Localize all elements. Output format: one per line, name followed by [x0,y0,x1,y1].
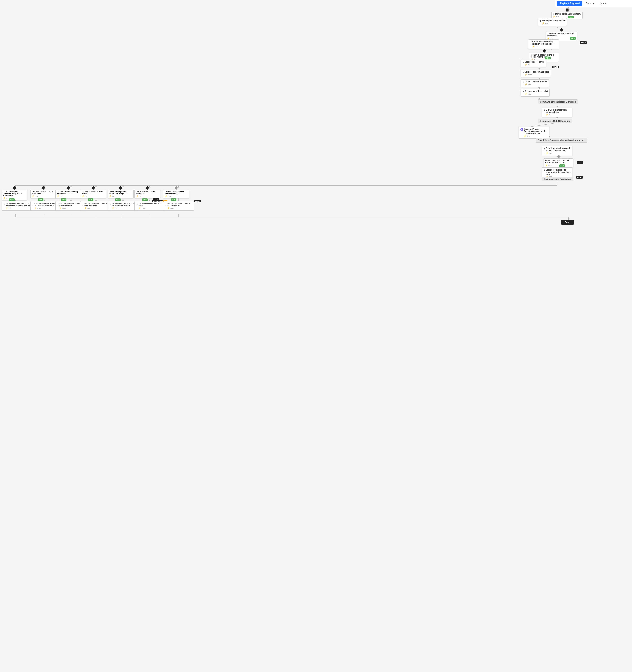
badge-yes-1: YES [568,16,574,19]
node-check-network-activity[interactable]: Check for network activity parameters ⚡ … [55,190,81,198]
decision-diamond-4 [557,154,561,159]
node-found-indicators[interactable]: Found indicators in the command-line? ⚡ … [163,190,189,198]
done-node: Done [561,220,574,224]
node-compare-lolbas[interactable]: A Compare Process Execution Arguments To… [519,127,549,139]
node-verdict-suspicious-params[interactable]: ❯ Set command line verdict of suspicious… [108,201,138,211]
connectors [0,0,632,672]
node-check-amsi[interactable]: Check for AMSI evasion techniques ⚡ #33 [135,190,160,198]
node-verdict-malicious-tools[interactable]: ❯ Set command line verdict of maliciousT… [80,201,111,211]
decision-diamond-3 [542,49,546,53]
header-tabs: Playbook Triggered Outputs Inputs [555,0,632,7]
badge-yes-3: YES [545,57,551,59]
badge-yes-bottom-2: YES [38,198,43,201]
decision-diamond-bottom-1 [13,186,16,190]
node-set-decoded-commandline[interactable]: ❯ Set decoded commandline ⚡ #34b [521,70,551,77]
badge-yes-bottom-4: YES [88,198,93,201]
node-verdict-suspicious-path[interactable]: ❯ Set command line verdict of Suspicious… [2,201,32,211]
node-set-commandline-verdict[interactable]: ❯ Set command line verdict ⚡ #30 [521,89,549,97]
badge-else-2: ELSE [553,66,559,68]
section-indicator-extraction: Command-Line Indicator Extraction [538,99,578,104]
node-verdict-amsi[interactable]: ❯ Set command line verdict of AMSI ⚡ #28… [135,201,165,211]
decision-diamond-2 [560,28,563,32]
node-found-suspicious-path[interactable]: Found any suspicious path in the Command… [544,159,574,167]
done-label: Done [565,221,570,223]
decision-diamond-bottom-3 [67,186,70,190]
workflow-canvas: Playbook Triggered Outputs Inputs Playbo… [0,0,632,672]
node-command-line-input[interactable]: Is there a command line input? ⚡ #34 [551,12,583,19]
node-delete-decode-context[interactable]: ❯ Delete "Decode" Context ⚡ #36 [521,79,549,87]
ai-icon: A [520,128,523,131]
section-lolbin: Suspicious LOLBIN Execution [538,119,572,123]
node-extract-indicators[interactable]: ❯ Extract indicators from command-line ⚡… [542,107,572,117]
node-decode-base64[interactable]: ❯ Decode base64 string ⚡ #6 [521,59,546,67]
section-suspicious-path: Suspicious Command-line path and argumen… [536,138,587,143]
badge-yes-bottom-7: YES [171,198,177,201]
badge-yes-bottom-6: YES [142,198,147,201]
badge-yes-bottom-5: YES [115,198,121,201]
tab-playbook-triggered[interactable]: Playbook Triggered [557,1,582,6]
badge-yes-4: YES [559,164,565,167]
badge-yes-2: YES [570,37,576,40]
badge-else-indicators: ELSE [194,200,201,202]
tab-inputs[interactable]: Inputs [597,1,609,6]
node-set-original-commandline[interactable]: ❯ Set original commandline ⚡ #22 [538,18,567,26]
node-found-lolbin[interactable]: Found suspicious LOLBIN execution? ⚡ #30… [30,190,56,198]
badge-yes-bottom-3: YES [61,198,67,201]
decision-diamond-bottom-2 [42,186,45,190]
tab-outputs[interactable]: Outputs [583,1,596,6]
decision-diamond-bottom-4 [91,186,95,190]
decision-diamond-1 [565,8,569,12]
node-check-malicious-tools[interactable]: Check for malicious tools usage ⚡ #31 [80,190,106,198]
node-search-suspicious-path[interactable]: ❯ Search for suspicious path in the Comm… [542,146,572,156]
node-check-suspicious-params[interactable]: Check for suspicious parameters usage ⚡ … [108,190,134,198]
badge-yes-bottom-1: YES [9,198,15,201]
badge-else-4: ELSE [576,176,583,178]
svg-line-13 [530,123,557,127]
section-cmdline-parameters: Command-Line Parameters [542,177,574,181]
node-verdict-found-indicators[interactable]: ❯ Set command line verdict of foundIndic… [163,201,194,211]
decision-diamond-bottom-5 [119,186,122,190]
badge-else-3: ELSE [577,161,583,164]
badge-else-amsi-2 [158,198,160,199]
badge-else-1: ELSE [580,41,587,44]
decision-diamond-bottom-7 [174,186,178,190]
node-check-base64-exists[interactable]: ❯ Check if base64 string exists in comma… [528,39,559,49]
decision-diamond-bottom-6 [146,186,149,190]
